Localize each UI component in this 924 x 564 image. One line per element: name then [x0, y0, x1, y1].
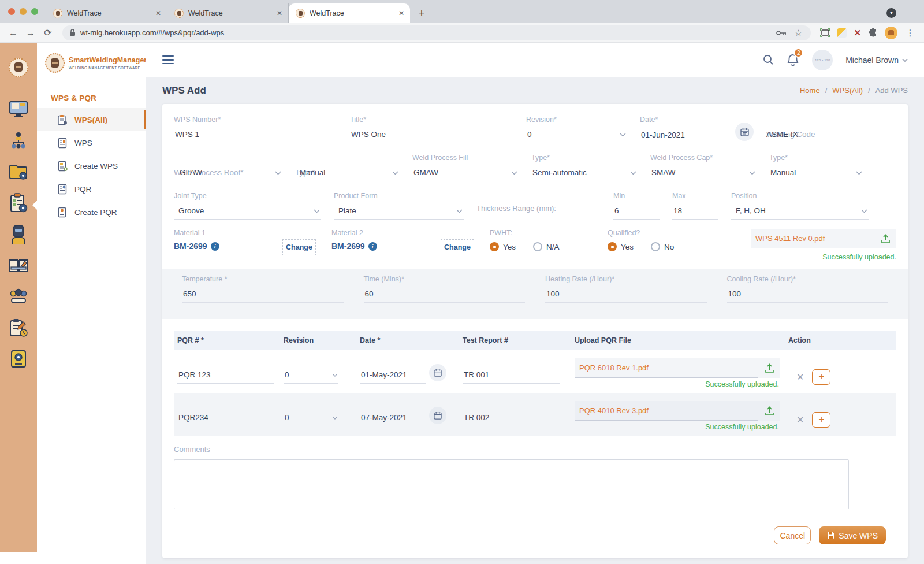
- window-zoom-button[interactable]: [31, 8, 38, 15]
- sidebar-item-create-pqr[interactable]: Create PQR: [37, 201, 146, 224]
- pqr-date-field[interactable]: 07-May-2021: [360, 401, 463, 426]
- search-icon[interactable]: [763, 54, 774, 65]
- weld-process-fill-select[interactable]: Weld Process Fill GMAW: [412, 153, 519, 181]
- tab-close-icon[interactable]: ✕: [398, 9, 404, 17]
- calendar-icon[interactable]: [429, 407, 446, 424]
- weld-process-cap-select[interactable]: Weld Process Cap* SMAW: [650, 153, 757, 181]
- remove-row-icon[interactable]: ✕: [796, 414, 804, 425]
- folder-settings-icon[interactable]: [8, 161, 29, 183]
- notifications-bell-icon[interactable]: 2: [787, 53, 799, 67]
- cooling-rate-field[interactable]: Cooling Rate (/Hour)* 100: [727, 274, 889, 303]
- new-tab-button[interactable]: +: [413, 5, 430, 21]
- joint-type-select[interactable]: Joint Type Groove: [174, 191, 321, 220]
- breadcrumb-wps-all[interactable]: WPS(All): [832, 86, 863, 95]
- cancel-button[interactable]: Cancel: [774, 526, 811, 544]
- extension-icon-1[interactable]: [837, 28, 847, 38]
- pqr-file-name[interactable]: PQR 4010 Rev 3.pdf: [575, 401, 758, 421]
- position-select[interactable]: Position F, H, OH: [731, 191, 869, 220]
- window-controls[interactable]: [0, 0, 46, 23]
- welding-code-field[interactable]: Welding Code ASME IX: [766, 114, 869, 143]
- change-material-2-button[interactable]: Change: [441, 239, 474, 255]
- wps-file-name[interactable]: WPS 4511 Rev 0.pdf: [751, 229, 874, 248]
- user-avatar[interactable]: 128 x 128: [812, 50, 833, 70]
- sidebar-item-pqr[interactable]: PQR: [37, 177, 146, 201]
- root-type-select[interactable]: Type* Manual: [295, 153, 400, 181]
- info-icon[interactable]: i: [211, 242, 219, 251]
- cap-type-select[interactable]: Type* Manual: [769, 153, 863, 181]
- password-key-icon[interactable]: [776, 30, 787, 36]
- dashboard-monitor-icon[interactable]: [8, 98, 29, 120]
- product-form-select[interactable]: Product Form Plate: [334, 191, 464, 220]
- hamburger-menu-icon[interactable]: [162, 55, 174, 65]
- info-icon[interactable]: i: [368, 242, 377, 251]
- comments-textarea[interactable]: [174, 459, 849, 509]
- browser-menu-kebab-icon[interactable]: ⋮: [904, 27, 916, 39]
- back-icon[interactable]: ←: [6, 25, 21, 40]
- test-report-input[interactable]: TR 001: [463, 358, 575, 384]
- address-bar[interactable]: wt-mig.herokuapp.com/#/wps&pqr/add-wps ☆: [62, 25, 811, 40]
- pwht-yes-radio[interactable]: [490, 242, 499, 251]
- pqr-revision-select[interactable]: 0: [284, 401, 360, 426]
- welder-icon[interactable]: [8, 223, 29, 245]
- extension-icon-2[interactable]: ✕: [854, 28, 861, 38]
- thickness-max-field[interactable]: Max 18: [672, 191, 718, 220]
- date-field[interactable]: Date* 01-Jun-2021: [640, 114, 754, 143]
- thickness-min-field[interactable]: Min 6: [613, 191, 660, 220]
- upload-icon[interactable]: [874, 229, 896, 248]
- sidebar-item-wps[interactable]: WPS: [37, 131, 146, 154]
- change-material-1-button[interactable]: Change: [282, 239, 316, 255]
- pwht-na-radio[interactable]: [533, 242, 542, 251]
- drawing-book-icon[interactable]: [8, 254, 29, 276]
- pqr-number-input[interactable]: PQR234: [177, 401, 284, 426]
- user-menu[interactable]: Michael Brown: [845, 55, 908, 65]
- forward-icon[interactable]: →: [23, 25, 38, 40]
- qualified-no-radio[interactable]: [651, 242, 660, 251]
- pqr-number-input[interactable]: PQR 123: [177, 358, 284, 384]
- wps-pqr-module-icon[interactable]: [8, 192, 29, 214]
- pqr-revision-select[interactable]: 0: [284, 358, 360, 384]
- certificate-icon[interactable]: [8, 348, 29, 370]
- tab-close-icon[interactable]: ✕: [277, 9, 282, 17]
- tab-search-icon[interactable]: ▼: [886, 8, 896, 18]
- app-logo[interactable]: SmartWeldingManager WELDING MANAGEMENT S…: [37, 49, 146, 81]
- remove-row-icon[interactable]: ✕: [796, 372, 804, 383]
- material-1-value: BM-2699: [174, 242, 207, 251]
- calendar-icon[interactable]: [735, 123, 754, 141]
- screenshot-frame-icon[interactable]: [820, 28, 830, 37]
- add-row-button[interactable]: +: [812, 369, 830, 385]
- time-field[interactable]: Time (Mins)* 60: [364, 274, 526, 303]
- add-row-button[interactable]: +: [812, 412, 830, 428]
- upload-icon[interactable]: [758, 401, 780, 421]
- fill-type-select[interactable]: Type* Semi-automatic: [531, 153, 638, 181]
- weld-process-root-select[interactable]: Weld Process Root* GTAW: [174, 153, 282, 181]
- window-close-button[interactable]: [8, 8, 15, 15]
- wps-number-field[interactable]: WPS Number* WPS 1: [174, 114, 337, 143]
- pqr-date-field[interactable]: 01-May-2021: [360, 358, 463, 384]
- browser-tab-2[interactable]: WeldTrace ✕: [167, 3, 289, 23]
- temperature-field[interactable]: Temperature * 650: [182, 274, 344, 303]
- extensions-puzzle-icon[interactable]: [868, 28, 878, 38]
- pqr-file-name[interactable]: PQR 6018 Rev 1.pdf: [575, 358, 758, 378]
- save-wps-button[interactable]: Save WPS: [819, 526, 886, 544]
- qualified-yes-radio[interactable]: [608, 242, 617, 251]
- sidebar-item-create-wps[interactable]: Create WPS: [37, 154, 146, 177]
- team-icon[interactable]: [8, 285, 29, 307]
- upload-icon[interactable]: [758, 358, 780, 378]
- bookmark-star-icon[interactable]: ☆: [792, 27, 804, 39]
- reload-icon[interactable]: ⟳: [40, 25, 55, 40]
- fill-type-label: Type*: [531, 154, 550, 162]
- profile-avatar-icon[interactable]: [885, 27, 897, 39]
- breadcrumb-home[interactable]: Home: [800, 86, 820, 95]
- browser-tab-3-active[interactable]: WeldTrace ✕: [289, 3, 410, 23]
- test-report-input[interactable]: TR 002: [463, 401, 575, 426]
- tab-close-icon[interactable]: ✕: [155, 9, 161, 17]
- calendar-icon[interactable]: [429, 364, 446, 381]
- inspection-clipboard-icon[interactable]: [8, 317, 29, 339]
- sidebar-item-wps-all[interactable]: WPS(All): [37, 108, 146, 131]
- revision-select[interactable]: Revision* 0: [526, 114, 627, 143]
- heating-rate-field[interactable]: Heating Rate (/Hour)* 100: [545, 274, 707, 303]
- window-minimize-button[interactable]: [20, 8, 27, 15]
- browser-tab-1[interactable]: WeldTrace ✕: [46, 3, 167, 23]
- org-chart-icon[interactable]: [8, 129, 29, 151]
- title-field[interactable]: Title* WPS One: [350, 114, 513, 143]
